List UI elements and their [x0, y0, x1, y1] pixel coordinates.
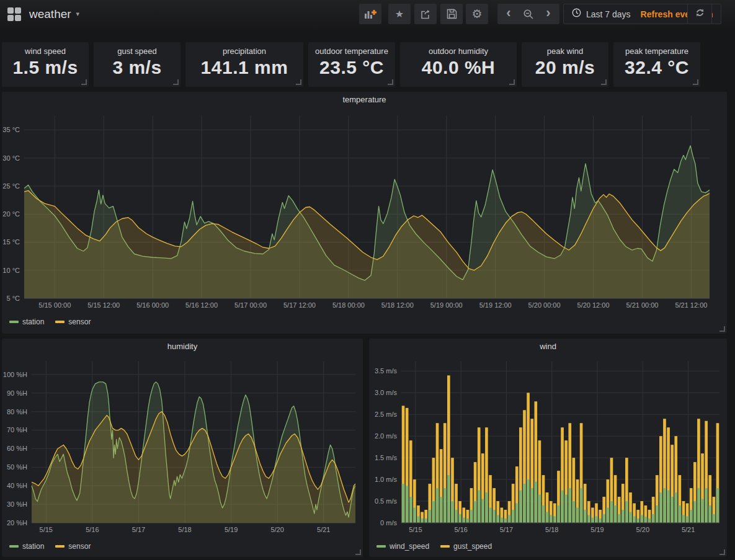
svg-text:5/21 12:00: 5/21 12:00 — [675, 301, 707, 309]
temperature-chart[interactable]: 35 °C30 °C25 °C20 °C15 °C10 °C5 °C5/15 0… — [2, 107, 727, 312]
svg-text:30 %H: 30 %H — [7, 500, 27, 508]
stat-title[interactable]: gust speed — [94, 47, 180, 56]
svg-text:5/18: 5/18 — [178, 526, 191, 533]
svg-text:60 %H: 60 %H — [7, 445, 27, 452]
legend-label: station — [22, 542, 44, 551]
legend-label: sensor — [68, 318, 91, 326]
time-back-button[interactable]: ‹ — [497, 4, 520, 24]
stat-title[interactable]: wind speed — [2, 47, 89, 56]
legend-swatch — [9, 321, 19, 323]
panel-title[interactable]: wind — [369, 339, 727, 354]
stat-title[interactable]: peak wind — [522, 47, 608, 56]
panel-resize-handle[interactable] — [173, 79, 179, 85]
svg-text:40 %H: 40 %H — [7, 482, 27, 489]
svg-text:5/17 00:00: 5/17 00:00 — [234, 301, 267, 309]
share-button[interactable] — [414, 4, 437, 24]
stat-value: 141.1 mm — [185, 57, 303, 78]
svg-text:5/18 00:00: 5/18 00:00 — [332, 301, 365, 309]
legend-item-sensor[interactable]: sensor — [55, 542, 91, 551]
stat-title[interactable]: outdoor humidity — [400, 47, 517, 56]
save-icon — [447, 9, 457, 19]
svg-text:5/15: 5/15 — [40, 526, 53, 533]
svg-text:25 °C: 25 °C — [2, 182, 20, 190]
legend-item-wind_speed[interactable]: wind_speed — [376, 542, 429, 551]
wind-legend: wind_speedgust_speed — [369, 539, 727, 551]
legend-item-sensor[interactable]: sensor — [55, 318, 91, 326]
settings-button[interactable]: ⚙ — [466, 4, 488, 24]
legend-label: station — [22, 318, 44, 326]
svg-text:5/19: 5/19 — [225, 526, 238, 533]
refresh-button[interactable] — [687, 4, 712, 24]
time-range-label: Last 7 days — [586, 9, 631, 19]
svg-text:5/15: 5/15 — [409, 526, 422, 533]
svg-text:5/20 12:00: 5/20 12:00 — [577, 301, 610, 309]
panel-title[interactable]: humidity — [2, 339, 363, 354]
svg-text:5/16: 5/16 — [86, 526, 99, 533]
refresh-icon — [695, 7, 705, 20]
svg-text:20 °C: 20 °C — [2, 210, 20, 218]
caret-down-icon: ▾ — [76, 10, 80, 18]
svg-text:1.5 m/s: 1.5 m/s — [375, 454, 398, 461]
svg-text:5/20: 5/20 — [270, 526, 283, 533]
panel-resize-handle[interactable] — [509, 79, 515, 85]
page-title: weather — [29, 7, 71, 21]
panel-resize-handle[interactable] — [693, 79, 698, 85]
svg-text:5/21: 5/21 — [682, 526, 695, 533]
legend-item-station[interactable]: station — [9, 318, 44, 326]
legend-label: sensor — [68, 542, 91, 551]
wind-chart[interactable]: 3.5 m/s3.0 m/s2.5 m/s2.0 m/s1.5 m/s1.0 m… — [369, 354, 727, 536]
svg-text:0 m/s: 0 m/s — [380, 519, 397, 527]
star-icon: ★ — [395, 9, 404, 19]
svg-text:90 %H: 90 %H — [7, 389, 27, 397]
panel-resize-handle[interactable] — [719, 326, 725, 332]
dashboard-title-dropdown[interactable]: weather ▾ — [29, 7, 79, 21]
panel-title[interactable]: temperature — [2, 92, 727, 107]
stat-panel-gust-speed: gust speed 3 m/s — [94, 42, 180, 87]
stat-value: 3 m/s — [94, 57, 180, 78]
stat-panel-peak-wind: peak wind 20 m/s — [522, 42, 608, 87]
temperature-legend: stationsensor — [2, 314, 727, 326]
clock-icon — [572, 8, 581, 20]
chevron-right-icon: › — [546, 6, 550, 20]
legend-item-station[interactable]: station — [9, 542, 44, 551]
stat-value: 32.4 °C — [613, 57, 700, 78]
panel-resize-handle[interactable] — [296, 79, 301, 85]
svg-text:5/18 12:00: 5/18 12:00 — [381, 301, 414, 309]
panel-resize-handle[interactable] — [388, 79, 393, 85]
stat-panel-wind-speed: wind speed 1.5 m/s — [2, 42, 89, 87]
stat-value: 40.0 %H — [400, 57, 517, 78]
svg-text:5/19: 5/19 — [590, 526, 604, 533]
zoom-out-button[interactable] — [517, 4, 540, 24]
svg-text:70 %H: 70 %H — [7, 426, 27, 433]
stat-title[interactable]: outdoor temperature — [308, 47, 395, 56]
zoom-out-icon — [523, 9, 534, 20]
add-panel-button[interactable] — [359, 4, 381, 24]
legend-label: wind_speed — [390, 542, 429, 551]
grafana-dashboard: weather ▾ ★ — [0, 0, 735, 560]
svg-text:5/20 00:00: 5/20 00:00 — [528, 301, 561, 309]
panel-resize-handle[interactable] — [355, 549, 361, 555]
svg-text:15 °C: 15 °C — [2, 238, 20, 246]
stat-title[interactable]: precipitation — [185, 47, 303, 56]
save-button[interactable] — [440, 4, 463, 24]
humidity-chart[interactable]: 100 %H90 %H80 %H70 %H60 %H50 %H40 %H30 %… — [2, 354, 363, 536]
legend-item-gust_speed[interactable]: gust_speed — [440, 542, 492, 551]
panel-wind: wind 3.5 m/s3.0 m/s2.5 m/s2.0 m/s1.5 m/s… — [369, 339, 727, 557]
panel-resize-handle[interactable] — [81, 79, 87, 85]
stat-panel-precipitation: precipitation 141.1 mm — [185, 42, 303, 87]
chevron-left-icon: ‹ — [506, 6, 510, 20]
time-forward-button[interactable]: › — [537, 4, 559, 24]
svg-text:20 %H: 20 %H — [7, 519, 27, 527]
navbar-left: weather ▾ — [7, 0, 79, 28]
svg-text:0.5 m/s: 0.5 m/s — [375, 497, 398, 505]
dashboards-grid-icon[interactable] — [7, 7, 21, 21]
gear-icon: ⚙ — [471, 8, 482, 20]
star-button[interactable]: ★ — [388, 4, 411, 24]
stat-panel-outdoor-humidity: outdoor humidity 40.0 %H — [400, 42, 517, 87]
panel-resize-handle[interactable] — [601, 79, 607, 85]
svg-text:5/15 12:00: 5/15 12:00 — [87, 301, 120, 309]
svg-text:100 %H: 100 %H — [3, 371, 27, 378]
stat-title[interactable]: peak temperature — [613, 47, 700, 56]
panel-resize-handle[interactable] — [719, 549, 725, 555]
svg-text:5/17: 5/17 — [500, 526, 513, 533]
